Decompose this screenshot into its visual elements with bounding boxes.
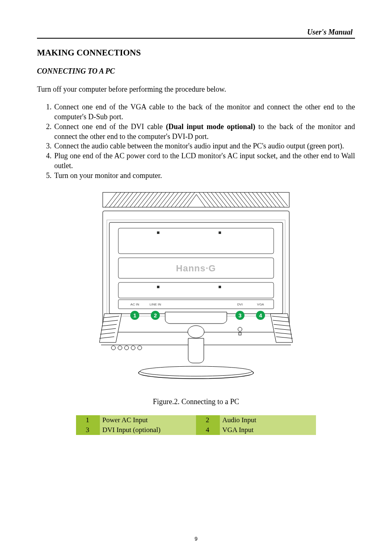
svg-text:3: 3 bbox=[238, 312, 241, 319]
stand-neck-icon bbox=[188, 338, 204, 363]
cell-num: 4 bbox=[196, 425, 220, 435]
cell-num: 3 bbox=[76, 425, 100, 435]
svg-point-71 bbox=[125, 346, 129, 350]
port-label-vga: VGA bbox=[257, 303, 265, 306]
list-item: Connect one end of the VGA cable to the … bbox=[53, 102, 355, 122]
header-rule bbox=[37, 38, 355, 39]
steps-list: Connect one end of the VGA cable to the … bbox=[37, 102, 355, 180]
svg-rect-45 bbox=[118, 228, 274, 254]
svg-point-73 bbox=[138, 346, 142, 350]
svg-point-69 bbox=[111, 346, 115, 350]
monitor-rear-diagram: Hanns·G AC IN LINE IN DVI VGA bbox=[95, 190, 297, 384]
svg-point-70 bbox=[118, 346, 122, 350]
svg-point-54 bbox=[238, 327, 242, 331]
cell-label: Audio Input bbox=[220, 415, 316, 425]
svg-rect-47 bbox=[219, 231, 221, 234]
cell-num: 2 bbox=[196, 415, 220, 425]
svg-rect-52 bbox=[118, 300, 274, 309]
figure-caption: Figure.2. Connecting to a PC bbox=[37, 398, 355, 406]
brand-text: Hanns·G bbox=[176, 263, 216, 273]
svg-text:4: 4 bbox=[259, 312, 262, 319]
cell-label: DVI Input (optional) bbox=[100, 425, 196, 435]
svg-text:2: 2 bbox=[154, 312, 157, 319]
page-number: 9 bbox=[0, 536, 392, 542]
cell-label: VGA Input bbox=[220, 425, 316, 435]
list-item: Plug one end of the AC power cord to the… bbox=[53, 151, 355, 171]
subsection-heading: CONNECTING TO A PC bbox=[37, 67, 355, 76]
port-label-ac: AC IN bbox=[130, 303, 139, 306]
list-item: Connect the audio cable between the moni… bbox=[53, 141, 355, 151]
svg-point-72 bbox=[131, 346, 135, 350]
svg-point-74 bbox=[140, 366, 252, 376]
callout-4-icon: 4 bbox=[256, 311, 265, 320]
svg-rect-50 bbox=[157, 286, 159, 288]
svg-rect-55 bbox=[239, 333, 241, 335]
callout-3-icon: 3 bbox=[235, 311, 244, 320]
figure: Hanns·G AC IN LINE IN DVI VGA bbox=[37, 190, 355, 385]
callout-2-icon: 2 bbox=[151, 311, 160, 320]
section-heading: MAKING CONNECTIONS bbox=[37, 48, 355, 58]
port-label-dvi: DVI bbox=[237, 303, 242, 306]
hinge-icon bbox=[165, 312, 227, 324]
cell-label: Power AC Input bbox=[100, 415, 196, 425]
svg-rect-0 bbox=[103, 192, 289, 207]
cell-num: 1 bbox=[76, 415, 100, 425]
table-row: 3 DVI Input (optional) 4 VGA Input bbox=[76, 425, 316, 435]
svg-rect-51 bbox=[219, 286, 221, 288]
vent-top-icon bbox=[103, 192, 289, 207]
port-label-line: LINE IN bbox=[150, 303, 161, 306]
list-item: Turn on your monitor and computer. bbox=[53, 171, 355, 181]
intro-paragraph: Turn off your computer before performing… bbox=[37, 85, 355, 94]
table-row: 1 Power AC Input 2 Audio Input bbox=[76, 415, 316, 425]
svg-rect-46 bbox=[157, 231, 159, 234]
button-row-icon bbox=[111, 346, 142, 350]
list-item: Connect one end of the DVI cable (Dual i… bbox=[53, 122, 355, 142]
connector-table: 1 Power AC Input 2 Audio Input 3 DVI Inp… bbox=[76, 415, 316, 435]
callout-1-icon: 1 bbox=[130, 311, 139, 320]
header-text: User's Manual bbox=[37, 28, 355, 37]
running-header: User's Manual bbox=[37, 28, 355, 39]
svg-rect-49 bbox=[118, 282, 274, 298]
svg-text:1: 1 bbox=[133, 312, 136, 319]
svg-point-53 bbox=[188, 326, 204, 338]
